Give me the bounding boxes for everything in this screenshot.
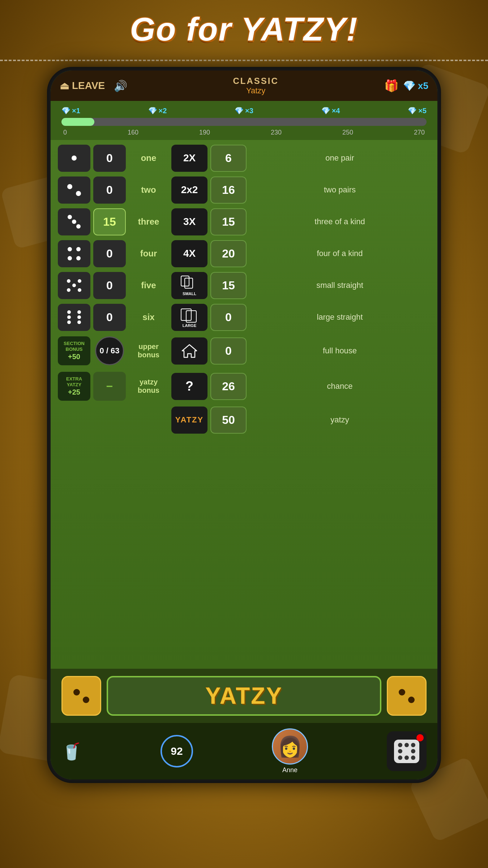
svg-point-28: [77, 320, 81, 324]
mult-four: 4X: [171, 240, 207, 267]
svg-point-6: [68, 215, 72, 219]
svg-rect-9: [63, 244, 85, 264]
yatzy-main-button[interactable]: YATZY: [107, 676, 381, 716]
score-four[interactable]: 0: [93, 240, 126, 267]
svg-point-44: [398, 756, 402, 760]
classic-label: CLASSIC: [233, 76, 279, 86]
row-five: 0 five SMALL 15 small straight: [58, 271, 430, 300]
label-large-straight[interactable]: large straight: [249, 304, 430, 331]
dice-four: [58, 240, 90, 267]
svg-rect-22: [63, 307, 85, 327]
tick-250: 250: [342, 129, 353, 136]
tick-190: 190: [199, 129, 210, 136]
row-yatzy: YATZY 50 yatzy: [58, 405, 430, 434]
result-chance: 26: [210, 373, 247, 400]
score-one[interactable]: 0: [93, 145, 126, 172]
score-five[interactable]: 0: [93, 272, 126, 299]
svg-point-11: [76, 247, 81, 251]
svg-rect-32: [69, 684, 94, 708]
dice-two: [58, 176, 90, 204]
progress-track: [61, 118, 427, 126]
score-six[interactable]: 0: [93, 304, 126, 331]
leave-icon: ⏏: [60, 80, 69, 92]
diamond-labels: 💎×1 💎×2 💎×3 💎×4 💎×5: [61, 106, 427, 115]
mult-two: 2x2: [171, 176, 207, 204]
svg-point-25: [67, 315, 71, 319]
dice-six: [58, 304, 90, 331]
svg-point-34: [83, 697, 89, 703]
name-two: two: [129, 176, 168, 204]
svg-point-1: [72, 156, 77, 161]
upper-bonus-name: upper bonus: [129, 337, 168, 365]
progress-ticks: 0 160 190 230 250 270: [61, 129, 427, 136]
svg-rect-2: [63, 180, 85, 200]
mult-one: 2X: [171, 145, 207, 172]
dice-tray-left[interactable]: [61, 676, 101, 716]
svg-point-33: [73, 689, 80, 695]
svg-marker-31: [182, 345, 197, 357]
tick-0: 0: [63, 129, 67, 136]
svg-point-17: [72, 284, 76, 287]
label-two-pairs[interactable]: two pairs: [249, 176, 430, 204]
label-three-of-kind[interactable]: three of a kind: [249, 208, 430, 235]
name-four: four: [129, 240, 168, 267]
result-five: 15: [210, 272, 247, 299]
mult-three: 3X: [171, 208, 207, 235]
result-six: 0: [210, 304, 247, 331]
chance-icon-cell: ?: [171, 373, 207, 400]
svg-point-15: [67, 279, 70, 283]
svg-rect-35: [394, 684, 419, 708]
player-score: 92: [171, 745, 183, 757]
name-five: five: [129, 272, 168, 299]
phone-frame: ⏏ LEAVE 🔊 CLASSIC Yatzy 🎁 💎 x5 💎×1: [47, 67, 441, 783]
avatar-face: 👩: [278, 735, 303, 758]
label-yatzy[interactable]: yatzy: [249, 407, 430, 434]
name-three: three: [129, 208, 168, 235]
svg-point-19: [78, 288, 81, 292]
label-one-pair[interactable]: one pair: [249, 145, 430, 172]
bottom-dice-bar: YATZY: [51, 669, 437, 723]
dice-tray-right[interactable]: [387, 676, 427, 716]
result-two: 16: [210, 176, 247, 204]
score-three[interactable]: 15: [93, 208, 126, 235]
leave-button[interactable]: ⏏ LEAVE: [60, 80, 105, 92]
sound-button[interactable]: 🔊: [114, 80, 127, 92]
yatzy-mult-cell: YATZY: [171, 407, 207, 434]
svg-point-12: [68, 256, 72, 260]
large-label: LARGE: [183, 323, 197, 328]
label-four-of-kind[interactable]: four of a kind: [249, 240, 430, 267]
name-one: one: [129, 145, 168, 172]
gift-icon[interactable]: 🎁: [384, 79, 399, 93]
svg-point-43: [411, 749, 415, 753]
progress-fill: [61, 118, 94, 126]
player-name: Anne: [282, 766, 297, 774]
svg-point-37: [408, 697, 415, 703]
row-four: 0 four 4X 20 four of a kind: [58, 239, 430, 268]
roll-button[interactable]: [387, 731, 427, 771]
svg-point-26: [77, 315, 81, 319]
svg-point-16: [78, 279, 81, 283]
svg-point-7: [72, 220, 76, 224]
extra-yatzy-label2: YATZY: [67, 382, 81, 388]
result-one: 6: [210, 145, 247, 172]
label-full-house[interactable]: full house: [249, 337, 430, 365]
row-six: 0 six LARGE 0 large straight: [58, 303, 430, 332]
extra-yatzy-label1: EXTRA: [66, 376, 82, 382]
game-mode-title: CLASSIC Yatzy: [233, 76, 279, 95]
leave-label: LEAVE: [72, 80, 105, 92]
label-chance[interactable]: chance: [249, 373, 430, 400]
yatzy-bonus-dash: −: [93, 372, 126, 401]
result-three: 15: [210, 208, 247, 235]
yatzy-mode-label: Yatzy: [233, 86, 279, 95]
separator: [0, 60, 488, 61]
svg-point-39: [398, 743, 402, 747]
label-small-straight[interactable]: small straight: [249, 272, 430, 299]
row-three: 15 three 3X 15 three of a kind: [58, 207, 430, 236]
section-bonus-label1: SECTION: [64, 341, 85, 346]
svg-point-13: [76, 256, 81, 260]
tick-270: 270: [414, 129, 425, 136]
section-bonus-value: +50: [68, 352, 80, 361]
score-two[interactable]: 0: [93, 176, 126, 204]
small-label: SMALL: [183, 292, 196, 296]
diamond-x2: 💎×2: [148, 106, 167, 115]
